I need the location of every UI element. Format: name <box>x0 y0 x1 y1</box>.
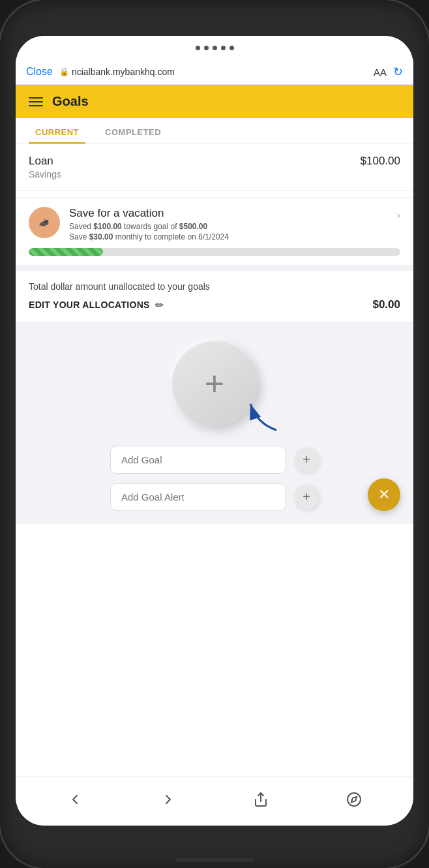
loan-subtitle: Savings <box>29 169 61 179</box>
tab-current[interactable]: CURRENT <box>29 118 85 144</box>
app-header: Goals <box>16 85 413 118</box>
fab-main-plus-icon: + <box>205 367 224 401</box>
signal-dot-2 <box>204 46 209 50</box>
fab-section: + <box>16 322 413 524</box>
tab-completed[interactable]: COMPLETED <box>98 118 168 144</box>
browser-url-bar[interactable]: 🔒 ncialbank.mybankhq.com <box>59 67 367 77</box>
fab-close-button[interactable]: ✕ <box>368 478 400 511</box>
svg-point-9 <box>348 793 361 806</box>
add-goal-alert-input[interactable] <box>110 483 286 511</box>
fab-close-icon: ✕ <box>378 486 390 503</box>
svg-marker-10 <box>351 797 357 802</box>
browser-close-button[interactable]: Close <box>26 66 53 78</box>
goal-saved-text: Saved $100.00 towards goal of $500.00 <box>69 222 388 231</box>
url-text: ncialbank.mybankhq.com <box>72 67 175 77</box>
goal-card-header: Save for a vacation Saved $100.00 toward… <box>29 207 400 241</box>
hamburger-line-1 <box>29 97 43 99</box>
goal-monthly-suffix: monthly to complete on 6/1/2024 <box>113 232 228 241</box>
signal-dot-3 <box>213 46 217 50</box>
nav-forward-button[interactable] <box>154 785 183 814</box>
allocations-amount: $0.00 <box>372 298 400 311</box>
goal-saved-amount: $100.00 <box>93 222 121 231</box>
phone-frame: Close 🔒 ncialbank.mybankhq.com AA ↻ Goal… <box>0 0 429 868</box>
loan-info: Loan Savings <box>29 155 61 179</box>
app-title: Goals <box>52 94 89 109</box>
browser-bar: Close 🔒 ncialbank.mybankhq.com AA ↻ <box>16 59 413 85</box>
goal-details: Save for a vacation Saved $100.00 toward… <box>69 207 388 241</box>
signal-dot-4 <box>221 46 226 50</box>
lock-icon: 🔒 <box>59 67 69 76</box>
content-area: Loan Savings $100.00 <box>16 144 413 777</box>
goal-name: Save for a vacation <box>69 207 388 220</box>
progress-bar-container <box>29 248 400 256</box>
loan-title: Loan <box>29 155 61 168</box>
add-goal-alert-row: + <box>110 483 319 511</box>
allocations-row: EDIT YOUR ALLOCATIONS ✏ $0.00 <box>29 298 400 311</box>
tabs-bar: CURRENT COMPLETED <box>16 118 413 144</box>
nav-compass-button[interactable] <box>340 785 368 814</box>
edit-pencil-icon: ✏ <box>155 299 164 311</box>
hamburger-line-2 <box>29 101 43 102</box>
browser-refresh-button[interactable]: ↻ <box>393 65 403 79</box>
fab-main-button[interactable]: + <box>172 341 257 426</box>
add-goal-button[interactable]: + <box>294 448 319 473</box>
home-indicator <box>175 858 254 861</box>
goal-monthly-amount: $30.00 <box>89 232 113 241</box>
allocations-description: Total dollar amount unallocated to your … <box>29 281 400 292</box>
goal-icon <box>29 207 60 238</box>
arrow-icon <box>244 397 283 437</box>
signal-dot-5 <box>229 46 234 50</box>
add-goal-alert-button[interactable]: + <box>294 485 319 510</box>
goal-total-amount: $500.00 <box>179 222 207 231</box>
nav-back-button[interactable] <box>61 785 89 814</box>
fab-options: + + <box>29 446 400 511</box>
signal-dot-1 <box>196 46 200 50</box>
add-goal-input[interactable] <box>110 446 286 474</box>
allocations-label[interactable]: EDIT YOUR ALLOCATIONS ✏ <box>29 299 164 311</box>
goal-card[interactable]: Save for a vacation Saved $100.00 toward… <box>16 197 413 266</box>
status-dots <box>196 46 234 50</box>
edit-allocations-text: EDIT YOUR ALLOCATIONS <box>29 300 150 310</box>
goal-chevron-icon: › <box>397 209 400 221</box>
hamburger-line-3 <box>29 105 43 106</box>
progress-bar-fill <box>29 248 103 256</box>
hamburger-menu-button[interactable] <box>29 97 43 106</box>
browser-aa-button[interactable]: AA <box>374 67 387 78</box>
nav-share-button[interactable] <box>246 785 275 814</box>
arrow-indicator <box>244 397 283 439</box>
goal-monthly-text: Save $30.00 monthly to complete on 6/1/2… <box>69 232 388 241</box>
add-goal-row: + <box>110 446 319 474</box>
vacation-icon <box>35 213 54 232</box>
status-bar <box>16 36 413 59</box>
allocations-section: Total dollar amount unallocated to your … <box>16 266 413 322</box>
loan-amount: $100.00 <box>361 155 400 168</box>
phone-screen: Close 🔒 ncialbank.mybankhq.com AA ↻ Goal… <box>16 36 413 826</box>
bottom-nav <box>16 777 413 826</box>
loan-row[interactable]: Loan Savings $100.00 <box>16 144 413 191</box>
